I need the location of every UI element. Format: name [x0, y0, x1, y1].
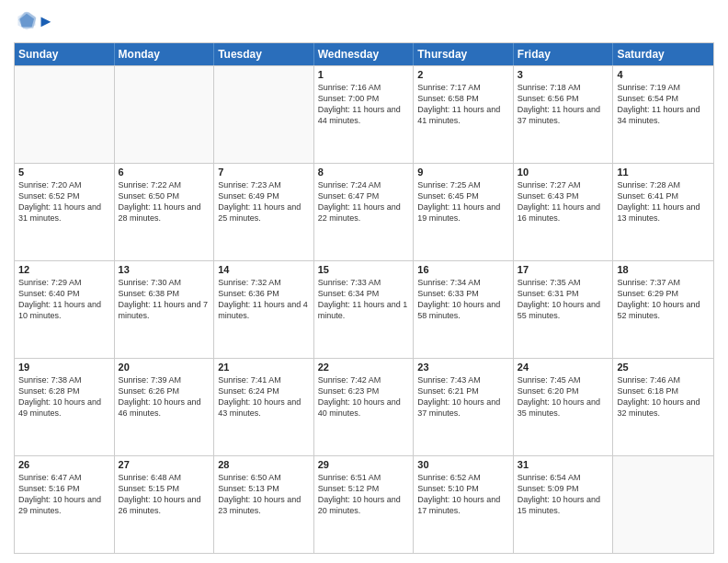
calendar-cell-12: 12Sunrise: 7:29 AM Sunset: 6:40 PM Dayli…: [15, 261, 115, 358]
cell-day-number: 31: [518, 459, 609, 470]
calendar-cell-empty-0-0: [15, 66, 115, 163]
header-day-sunday: Sunday: [15, 43, 115, 65]
calendar-cell-3: 3Sunrise: 7:18 AM Sunset: 6:56 PM Daylig…: [514, 66, 614, 163]
cell-info: Sunrise: 7:43 AM Sunset: 6:21 PM Dayligh…: [417, 374, 509, 419]
cell-day-number: 1: [318, 69, 410, 80]
cell-day-number: 20: [119, 362, 210, 373]
cell-info: Sunrise: 6:50 AM Sunset: 5:13 PM Dayligh…: [218, 472, 310, 517]
calendar-cell-24: 24Sunrise: 7:45 AM Sunset: 6:20 PM Dayli…: [514, 359, 614, 455]
calendar-cell-empty-0-1: [115, 66, 215, 163]
cell-info: Sunrise: 6:52 AM Sunset: 5:10 PM Dayligh…: [417, 472, 509, 517]
cell-info: Sunrise: 7:37 AM Sunset: 6:29 PM Dayligh…: [617, 277, 710, 322]
calendar-cell-17: 17Sunrise: 7:35 AM Sunset: 6:31 PM Dayli…: [514, 261, 614, 358]
calendar-cell-25: 25Sunrise: 7:46 AM Sunset: 6:18 PM Dayli…: [613, 359, 713, 455]
cell-day-number: 26: [18, 459, 110, 470]
calendar-cell-20: 20Sunrise: 7:39 AM Sunset: 6:26 PM Dayli…: [115, 359, 215, 455]
cell-info: Sunrise: 7:32 AM Sunset: 6:36 PM Dayligh…: [218, 277, 310, 322]
cell-day-number: 18: [617, 264, 710, 275]
calendar-cell-30: 30Sunrise: 6:52 AM Sunset: 5:10 PM Dayli…: [414, 456, 514, 553]
cell-info: Sunrise: 7:35 AM Sunset: 6:31 PM Dayligh…: [518, 277, 609, 322]
calendar-body: 1Sunrise: 7:16 AM Sunset: 7:00 PM Daylig…: [15, 65, 713, 553]
calendar-row-1: 1Sunrise: 7:16 AM Sunset: 7:00 PM Daylig…: [15, 65, 713, 163]
cell-info: Sunrise: 6:51 AM Sunset: 5:12 PM Dayligh…: [318, 472, 410, 517]
cell-info: Sunrise: 7:28 AM Sunset: 6:41 PM Dayligh…: [617, 179, 710, 224]
logo-blue-text: ►: [38, 12, 54, 30]
cell-info: Sunrise: 6:54 AM Sunset: 5:09 PM Dayligh…: [518, 472, 609, 517]
calendar-row-5: 26Sunrise: 6:47 AM Sunset: 5:16 PM Dayli…: [15, 455, 713, 553]
cell-day-number: 23: [417, 362, 509, 373]
calendar-cell-9: 9Sunrise: 7:25 AM Sunset: 6:45 PM Daylig…: [414, 164, 514, 260]
calendar-cell-14: 14Sunrise: 7:32 AM Sunset: 6:36 PM Dayli…: [214, 261, 314, 358]
cell-day-number: 4: [617, 69, 710, 80]
cell-day-number: 8: [318, 167, 410, 178]
cell-day-number: 24: [518, 362, 609, 373]
calendar-cell-23: 23Sunrise: 7:43 AM Sunset: 6:21 PM Dayli…: [414, 359, 514, 455]
cell-info: Sunrise: 7:16 AM Sunset: 7:00 PM Dayligh…: [318, 82, 410, 127]
cell-day-number: 10: [518, 167, 609, 178]
calendar-header: SundayMondayTuesdayWednesdayThursdayFrid…: [15, 43, 713, 65]
calendar-cell-18: 18Sunrise: 7:37 AM Sunset: 6:29 PM Dayli…: [613, 261, 713, 358]
calendar-row-2: 5Sunrise: 7:20 AM Sunset: 6:52 PM Daylig…: [15, 163, 713, 260]
calendar-cell-28: 28Sunrise: 6:50 AM Sunset: 5:13 PM Dayli…: [214, 456, 314, 553]
cell-info: Sunrise: 7:24 AM Sunset: 6:47 PM Dayligh…: [318, 179, 410, 224]
calendar-cell-5: 5Sunrise: 7:20 AM Sunset: 6:52 PM Daylig…: [15, 164, 115, 260]
cell-day-number: 19: [18, 362, 110, 373]
calendar-cell-31: 31Sunrise: 6:54 AM Sunset: 5:09 PM Dayli…: [514, 456, 614, 553]
header: ►: [14, 9, 714, 35]
cell-info: Sunrise: 7:39 AM Sunset: 6:26 PM Dayligh…: [119, 374, 210, 419]
calendar-cell-26: 26Sunrise: 6:47 AM Sunset: 5:16 PM Dayli…: [15, 456, 115, 553]
calendar-cell-empty-0-2: [214, 66, 314, 163]
cell-info: Sunrise: 7:38 AM Sunset: 6:28 PM Dayligh…: [18, 374, 110, 419]
cell-day-number: 25: [617, 362, 710, 373]
header-day-wednesday: Wednesday: [314, 43, 415, 65]
cell-info: Sunrise: 7:22 AM Sunset: 6:50 PM Dayligh…: [119, 179, 210, 224]
cell-info: Sunrise: 7:30 AM Sunset: 6:38 PM Dayligh…: [119, 277, 210, 322]
cell-info: Sunrise: 7:23 AM Sunset: 6:49 PM Dayligh…: [218, 179, 310, 224]
calendar-cell-11: 11Sunrise: 7:28 AM Sunset: 6:41 PM Dayli…: [613, 164, 713, 260]
cell-day-number: 12: [18, 264, 110, 275]
cell-info: Sunrise: 7:18 AM Sunset: 6:56 PM Dayligh…: [518, 82, 609, 127]
cell-info: Sunrise: 7:45 AM Sunset: 6:20 PM Dayligh…: [518, 374, 609, 419]
calendar: SundayMondayTuesdayWednesdayThursdayFrid…: [14, 42, 714, 554]
cell-day-number: 16: [417, 264, 509, 275]
calendar-cell-15: 15Sunrise: 7:33 AM Sunset: 6:34 PM Dayli…: [314, 261, 415, 358]
calendar-cell-1: 1Sunrise: 7:16 AM Sunset: 7:00 PM Daylig…: [314, 66, 415, 163]
cell-info: Sunrise: 7:41 AM Sunset: 6:24 PM Dayligh…: [218, 374, 310, 419]
cell-day-number: 30: [417, 459, 509, 470]
calendar-cell-13: 13Sunrise: 7:30 AM Sunset: 6:38 PM Dayli…: [115, 261, 215, 358]
cell-info: Sunrise: 7:33 AM Sunset: 6:34 PM Dayligh…: [318, 277, 410, 322]
calendar-cell-21: 21Sunrise: 7:41 AM Sunset: 6:24 PM Dayli…: [214, 359, 314, 455]
logo-text: ►: [38, 13, 54, 31]
cell-info: Sunrise: 7:27 AM Sunset: 6:43 PM Dayligh…: [518, 179, 609, 224]
calendar-cell-29: 29Sunrise: 6:51 AM Sunset: 5:12 PM Dayli…: [314, 456, 415, 553]
cell-day-number: 11: [617, 167, 710, 178]
cell-day-number: 29: [318, 459, 410, 470]
calendar-cell-2: 2Sunrise: 7:17 AM Sunset: 6:58 PM Daylig…: [414, 66, 514, 163]
calendar-cell-22: 22Sunrise: 7:42 AM Sunset: 6:23 PM Dayli…: [314, 359, 415, 455]
cell-day-number: 2: [417, 69, 509, 80]
cell-day-number: 13: [119, 264, 210, 275]
cell-day-number: 5: [18, 167, 110, 178]
calendar-cell-7: 7Sunrise: 7:23 AM Sunset: 6:49 PM Daylig…: [214, 164, 314, 260]
calendar-cell-empty-4-6: [613, 456, 713, 553]
cell-day-number: 3: [518, 69, 609, 80]
cell-info: Sunrise: 6:47 AM Sunset: 5:16 PM Dayligh…: [18, 472, 110, 517]
calendar-cell-8: 8Sunrise: 7:24 AM Sunset: 6:47 PM Daylig…: [314, 164, 415, 260]
cell-info: Sunrise: 6:48 AM Sunset: 5:15 PM Dayligh…: [119, 472, 210, 517]
cell-info: Sunrise: 7:29 AM Sunset: 6:40 PM Dayligh…: [18, 277, 110, 322]
cell-info: Sunrise: 7:34 AM Sunset: 6:33 PM Dayligh…: [417, 277, 509, 322]
header-day-tuesday: Tuesday: [214, 43, 314, 65]
calendar-cell-10: 10Sunrise: 7:27 AM Sunset: 6:43 PM Dayli…: [514, 164, 614, 260]
logo-icon: [16, 9, 38, 31]
cell-day-number: 21: [218, 362, 310, 373]
calendar-cell-6: 6Sunrise: 7:22 AM Sunset: 6:50 PM Daylig…: [115, 164, 215, 260]
header-day-thursday: Thursday: [414, 43, 514, 65]
cell-day-number: 28: [218, 459, 310, 470]
header-day-friday: Friday: [514, 43, 614, 65]
cell-info: Sunrise: 7:25 AM Sunset: 6:45 PM Dayligh…: [417, 179, 509, 224]
calendar-row-4: 19Sunrise: 7:38 AM Sunset: 6:28 PM Dayli…: [15, 358, 713, 455]
cell-day-number: 14: [218, 264, 310, 275]
cell-day-number: 6: [119, 167, 210, 178]
page-container: ► SundayMondayTuesdayWednesdayThursdayFr…: [0, 0, 728, 563]
calendar-cell-4: 4Sunrise: 7:19 AM Sunset: 6:54 PM Daylig…: [613, 66, 713, 163]
